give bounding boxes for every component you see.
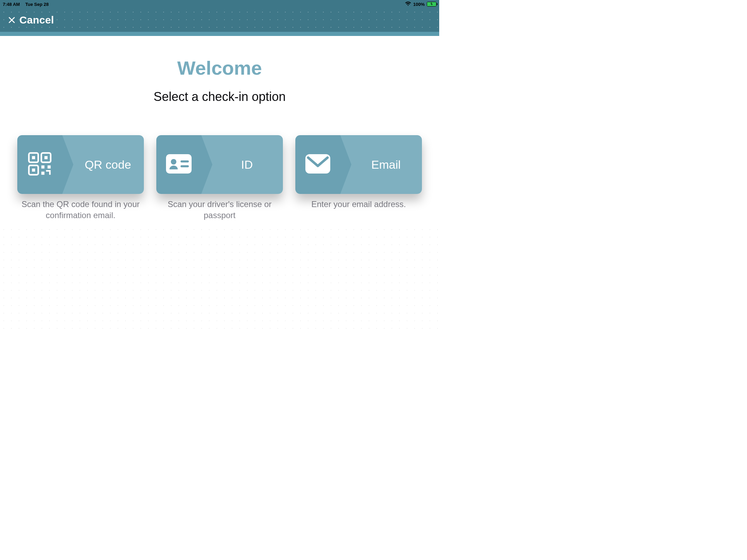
main-content: Welcome Select a check-in option	[0, 36, 439, 235]
email-option-caption: Enter your email address.	[295, 199, 422, 210]
svg-rect-11	[166, 154, 192, 174]
id-option-card[interactable]: ID	[156, 135, 283, 194]
svg-rect-4	[45, 156, 48, 159]
email-option-card[interactable]: Email	[295, 135, 422, 194]
email-option-title: Email	[371, 158, 400, 171]
status-bar: 7:48 AM Tue Sep 28 100% ϟ	[0, 0, 439, 8]
qr-code-icon	[27, 151, 52, 178]
qr-code-option-card[interactable]: QR code	[17, 135, 144, 194]
battery-percent: 100%	[413, 2, 425, 7]
battery-icon: ϟ	[427, 2, 436, 7]
qr-code-option-caption: Scan the QR code found in your confirmat…	[17, 199, 144, 221]
svg-rect-3	[32, 156, 35, 159]
status-date: Tue Sep 28	[25, 2, 49, 7]
svg-rect-14	[181, 165, 189, 167]
email-icon	[305, 154, 330, 175]
nav-header: Cancel	[0, 8, 439, 32]
svg-rect-8	[42, 172, 45, 175]
svg-rect-13	[181, 160, 189, 162]
svg-rect-10	[49, 172, 51, 175]
status-time: 7:48 AM	[3, 2, 20, 7]
checkin-option-cards: QR code Scan the QR code found in your c…	[10, 135, 429, 221]
header-accent-strip	[0, 32, 439, 36]
cancel-button[interactable]: Cancel	[8, 14, 54, 26]
cancel-label: Cancel	[19, 14, 54, 26]
background-dot-texture	[0, 226, 439, 329]
id-option-title: ID	[241, 158, 253, 171]
qr-code-option-title: QR code	[85, 158, 131, 171]
svg-rect-9	[46, 170, 51, 172]
id-card-icon	[166, 154, 192, 175]
wifi-icon	[405, 1, 411, 7]
svg-rect-7	[48, 166, 51, 169]
page-subtitle: Select a check-in option	[10, 90, 429, 104]
id-option-caption: Scan your driver's license or passport	[156, 199, 283, 221]
page-title: Welcome	[10, 57, 429, 79]
svg-rect-6	[42, 166, 45, 169]
svg-rect-5	[32, 169, 35, 172]
svg-point-12	[171, 159, 176, 165]
close-icon	[8, 16, 16, 24]
